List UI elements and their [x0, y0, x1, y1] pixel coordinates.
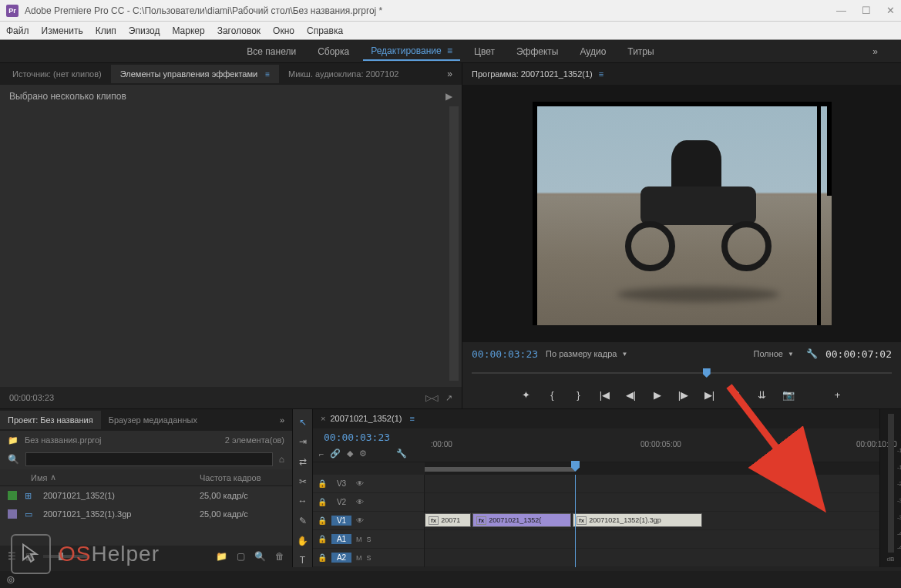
settings-wrench-icon[interactable]: 🔧 — [806, 348, 818, 359]
lock-icon[interactable]: 🔒 — [318, 535, 327, 543]
play-button[interactable]: ▶ — [650, 387, 665, 402]
new-item-icon[interactable]: ▢ — [237, 551, 245, 562]
menu-marker[interactable]: Маркер — [172, 25, 204, 36]
project-row[interactable]: ⊞ 20071021_1352(1) 25,00 кадр/с — [0, 486, 292, 505]
menu-file[interactable]: Файл — [6, 25, 29, 36]
linked-selection-icon[interactable]: 🔗 — [330, 449, 341, 459]
track-v1-header[interactable]: 🔒 V1 👁 — [313, 512, 424, 530]
lock-icon[interactable]: 🔒 — [318, 516, 327, 525]
track-label[interactable]: V1 — [331, 516, 351, 526]
slip-tool[interactable]: ↔ — [296, 495, 310, 509]
track-a1-header[interactable]: 🔒 A1 M S — [313, 530, 424, 549]
wrench-icon[interactable]: 🔧 — [396, 449, 407, 459]
mute-button[interactable]: M — [356, 536, 362, 543]
timeline-close-icon[interactable]: × — [321, 414, 325, 423]
lock-icon[interactable]: 🔒 — [318, 479, 327, 488]
tab-project[interactable]: Проект: Без названия — [0, 411, 101, 429]
track-v2-header[interactable]: 🔒 V2 👁 — [313, 493, 424, 512]
clip[interactable]: fx 20071 — [425, 513, 471, 527]
razor-tool[interactable]: ✂ — [296, 475, 310, 489]
find-icon[interactable]: 🔍 — [254, 551, 266, 562]
workspace-all-panels[interactable]: Все панели — [239, 43, 304, 60]
track-select-tool[interactable]: ⇥ — [296, 435, 310, 449]
timeline-menu-icon[interactable]: ≡ — [409, 414, 414, 423]
hand-tool[interactable]: ✋ — [296, 534, 310, 548]
solo-button[interactable]: S — [367, 536, 371, 543]
program-video-area[interactable] — [462, 85, 901, 342]
track-content[interactable]: fx 20071 fx 20071021_1352( fx 20071021_1… — [425, 475, 879, 567]
menu-title[interactable]: Заголовок — [217, 25, 261, 36]
zoom-slider[interactable] — [43, 555, 89, 558]
menu-help[interactable]: Справка — [307, 25, 343, 36]
creative-cloud-icon[interactable]: ⊚ — [6, 573, 15, 586]
eye-icon[interactable]: 👁 — [356, 516, 364, 525]
export-frame-button[interactable]: 📷 — [781, 387, 796, 402]
tab-effect-controls[interactable]: Элементы управления эффектами ≡ — [111, 65, 279, 83]
new-bin-icon[interactable]: 📁 — [216, 551, 227, 562]
step-back-button[interactable]: ◀| — [624, 387, 639, 402]
sort-asc-icon[interactable]: ∧ — [50, 472, 56, 482]
lock-icon[interactable]: 🔒 — [318, 498, 327, 506]
program-menu-icon[interactable]: ≡ — [599, 69, 603, 79]
effect-controls-scrollbar[interactable] — [449, 106, 459, 381]
icon-view-icon[interactable]: ▦ — [25, 551, 34, 562]
type-tool[interactable]: T — [296, 553, 310, 567]
workspace-effects[interactable]: Эффекты — [509, 43, 566, 60]
program-ruler[interactable] — [472, 365, 892, 381]
workspace-editing[interactable]: Редактирование ≡ — [363, 42, 460, 61]
add-marker-button[interactable]: ✦ — [519, 387, 534, 402]
track-v3-header[interactable]: 🔒 V3 👁 — [313, 475, 424, 493]
track-a2-header[interactable]: 🔒 A2 M S — [313, 549, 424, 567]
menu-clip[interactable]: Клип — [96, 25, 116, 36]
workspace-menu-icon[interactable]: ≡ — [447, 45, 452, 56]
tab-source[interactable]: Источник: (нет клипов) — [3, 65, 111, 83]
mark-out-button[interactable]: } — [571, 387, 587, 402]
settings-icon[interactable]: ⚙ — [359, 449, 367, 459]
timeline-current-time[interactable]: 00:00:03:23 — [324, 432, 390, 443]
column-name[interactable]: Имя — [31, 473, 47, 482]
mute-button[interactable]: M — [356, 554, 362, 562]
track-a2-lane[interactable] — [425, 549, 879, 567]
mark-in-button[interactable]: { — [545, 387, 560, 402]
clip[interactable]: fx 20071021_1352(1).3gp — [573, 513, 702, 527]
lock-icon[interactable]: 🔒 — [318, 553, 327, 562]
effect-controls-arrow-icon[interactable]: ▶ — [445, 91, 452, 102]
marker-icon[interactable]: ◆ — [347, 449, 353, 459]
close-button[interactable]: ✕ — [886, 5, 895, 16]
workspace-more[interactable]: » — [872, 46, 878, 57]
lift-button[interactable]: ⇈ — [728, 387, 744, 402]
workspace-assembly[interactable]: Сборка — [310, 43, 357, 60]
program-playhead[interactable] — [703, 368, 711, 378]
extract-button[interactable]: ⇊ — [755, 387, 770, 402]
pen-tool[interactable]: ✎ — [296, 514, 310, 528]
minimize-button[interactable]: — — [836, 5, 846, 16]
source-loop-icon[interactable]: ▷◁ — [425, 393, 438, 403]
source-tabs-more[interactable]: » — [441, 69, 459, 79]
eye-icon[interactable]: 👁 — [356, 498, 364, 506]
track-label[interactable]: A1 — [331, 534, 351, 544]
solo-button[interactable]: S — [367, 554, 371, 562]
track-label[interactable]: A2 — [331, 553, 351, 563]
tab-media-browser[interactable]: Браузер медиаданных — [101, 411, 205, 429]
selection-tool[interactable]: ↖ — [296, 415, 310, 429]
filter-icon[interactable]: ⌂ — [279, 454, 284, 465]
trash-icon[interactable]: 🗑 — [275, 551, 284, 562]
go-to-in-button[interactable]: |◀ — [597, 387, 613, 402]
program-current-time[interactable]: 00:00:03:23 — [472, 348, 538, 360]
source-export-icon[interactable]: ↗ — [445, 393, 452, 403]
workspace-titles[interactable]: Титры — [620, 43, 661, 60]
button-editor-plus[interactable]: + — [830, 387, 846, 402]
track-v1-lane[interactable]: fx 20071 fx 20071021_1352( fx 20071021_1… — [425, 512, 879, 530]
menu-window[interactable]: Окно — [273, 25, 294, 36]
ripple-edit-tool[interactable]: ⇄ — [296, 455, 310, 469]
track-label[interactable]: V3 — [331, 479, 351, 489]
go-to-out-button[interactable]: ▶| — [702, 387, 718, 402]
step-forward-button[interactable]: |▶ — [676, 387, 691, 402]
track-v2-lane[interactable] — [425, 493, 879, 512]
track-v3-lane[interactable] — [425, 475, 879, 493]
maximize-button[interactable]: ☐ — [862, 5, 871, 16]
search-input[interactable] — [25, 452, 273, 466]
column-fps[interactable]: Частота кадров — [200, 473, 284, 482]
search-icon[interactable]: 🔍 — [8, 454, 19, 465]
workspace-color[interactable]: Цвет — [466, 43, 503, 60]
